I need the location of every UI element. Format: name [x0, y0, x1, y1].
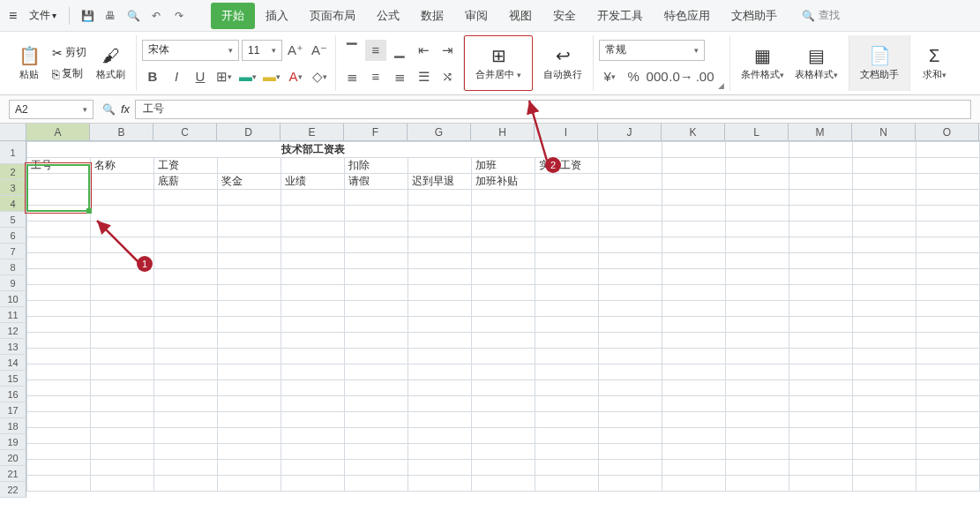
align-center-button[interactable]: ≡ — [365, 66, 386, 87]
cell[interactable] — [154, 364, 218, 380]
cell[interactable] — [281, 460, 345, 476]
cell[interactable] — [281, 253, 345, 269]
cell[interactable] — [662, 476, 726, 492]
zoom-icon[interactable]: 🔍 — [102, 103, 116, 116]
cell[interactable] — [726, 317, 789, 333]
cell-F2[interactable]: 扣除 — [345, 158, 408, 174]
name-box[interactable]: A2 ▾ — [9, 100, 94, 119]
cell[interactable] — [91, 364, 154, 380]
cell[interactable] — [916, 317, 980, 333]
selection-handle[interactable] — [86, 208, 92, 214]
cell[interactable] — [91, 253, 154, 269]
cell[interactable] — [916, 444, 980, 460]
cell[interactable] — [27, 349, 91, 364]
cell[interactable] — [916, 206, 980, 222]
cell[interactable] — [154, 428, 218, 444]
tab-special[interactable]: 特色应用 — [654, 3, 721, 29]
cell[interactable] — [218, 396, 281, 412]
cell[interactable] — [853, 476, 916, 492]
cell-A2[interactable]: 工号 — [27, 158, 91, 174]
cell[interactable] — [27, 428, 91, 444]
cell[interactable] — [599, 460, 662, 476]
cell[interactable] — [853, 301, 916, 317]
cell[interactable] — [726, 396, 789, 412]
cell[interactable] — [662, 428, 726, 444]
cell[interactable] — [345, 253, 408, 269]
percent-button[interactable]: % — [623, 66, 644, 87]
cell[interactable] — [853, 285, 916, 301]
cell[interactable] — [789, 364, 853, 380]
cell[interactable] — [345, 412, 408, 428]
cell[interactable] — [789, 396, 853, 412]
doc-helper-button[interactable]: 📄 文档助手 — [855, 43, 904, 83]
cell[interactable] — [472, 301, 535, 317]
col-header-A[interactable]: A — [26, 124, 90, 140]
cell[interactable] — [345, 460, 408, 476]
cell[interactable] — [789, 412, 853, 428]
cell[interactable] — [535, 237, 599, 253]
cell[interactable] — [853, 412, 916, 428]
cell[interactable] — [789, 476, 853, 492]
cell[interactable] — [916, 396, 980, 412]
cell[interactable] — [916, 349, 980, 364]
cell[interactable] — [535, 412, 599, 428]
cell[interactable] — [408, 190, 472, 206]
row-header-15[interactable]: 15 — [0, 371, 26, 387]
cell[interactable] — [662, 206, 726, 222]
cell[interactable] — [535, 269, 599, 285]
increase-indent-button[interactable]: ⇥ — [437, 40, 458, 61]
cell[interactable] — [281, 412, 345, 428]
col-header-N[interactable]: N — [852, 124, 916, 140]
cell[interactable] — [726, 380, 789, 396]
row-header-22[interactable]: 22 — [0, 482, 26, 498]
cell[interactable] — [408, 380, 472, 396]
cell[interactable] — [154, 190, 218, 206]
cell[interactable] — [853, 444, 916, 460]
cell[interactable] — [345, 269, 408, 285]
cell[interactable] — [91, 237, 154, 253]
col-header-M[interactable]: M — [789, 124, 852, 140]
cell[interactable] — [345, 349, 408, 364]
decrease-indent-button[interactable]: ⇤ — [413, 40, 434, 61]
cell[interactable] — [91, 206, 154, 222]
cell[interactable] — [472, 428, 535, 444]
cell[interactable] — [218, 364, 281, 380]
cell[interactable] — [218, 317, 281, 333]
cell[interactable] — [853, 206, 916, 222]
decrease-font-button[interactable]: A⁻ — [309, 40, 330, 61]
cell[interactable] — [599, 476, 662, 492]
cell[interactable] — [154, 380, 218, 396]
print-icon[interactable]: 🖶 — [101, 7, 119, 25]
row-header-16[interactable]: 16 — [0, 387, 26, 402]
align-top-button[interactable]: ▔ — [341, 40, 363, 61]
cell[interactable] — [853, 269, 916, 285]
cell[interactable] — [345, 206, 408, 222]
col-header-G[interactable]: G — [408, 124, 471, 140]
cell[interactable] — [599, 222, 662, 237]
cell[interactable] — [345, 237, 408, 253]
cell[interactable] — [789, 222, 853, 237]
cell[interactable] — [789, 190, 853, 206]
cell[interactable] — [853, 237, 916, 253]
cell[interactable] — [789, 333, 853, 349]
cell[interactable] — [218, 301, 281, 317]
select-all-corner[interactable] — [0, 124, 26, 140]
row-header-3[interactable]: 3 — [0, 180, 26, 196]
cell[interactable] — [789, 237, 853, 253]
cell[interactable] — [408, 317, 472, 333]
cell[interactable] — [27, 317, 91, 333]
cell-H2[interactable]: 加班 — [472, 158, 535, 174]
tab-security[interactable]: 安全 — [542, 3, 587, 29]
cell[interactable] — [345, 396, 408, 412]
tab-formulas[interactable]: 公式 — [366, 3, 410, 29]
cell[interactable] — [662, 364, 726, 380]
cell[interactable] — [281, 317, 345, 333]
tab-insert[interactable]: 插入 — [255, 3, 299, 29]
cell[interactable] — [916, 412, 980, 428]
cell[interactable] — [726, 349, 789, 364]
cell[interactable] — [27, 380, 91, 396]
cell[interactable] — [154, 237, 218, 253]
cell[interactable] — [408, 412, 472, 428]
cell[interactable] — [408, 396, 472, 412]
cell[interactable] — [154, 206, 218, 222]
